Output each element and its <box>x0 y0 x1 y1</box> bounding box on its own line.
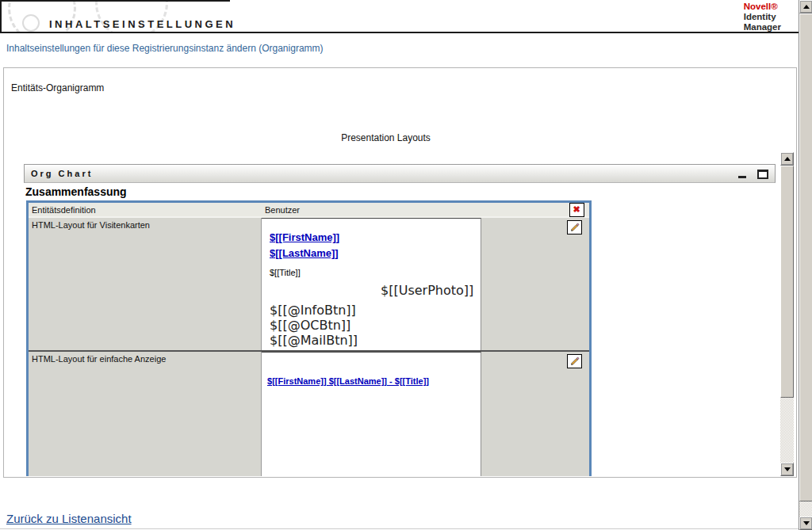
orgchart-scrollbar[interactable] <box>780 152 794 476</box>
edit-button[interactable] <box>567 354 582 368</box>
pencil-icon <box>569 357 580 367</box>
infobtn-token: $[[@InfoBtn]] <box>270 303 473 318</box>
presentation-layouts-title: Presentation Layouts <box>4 132 796 143</box>
maximize-button[interactable] <box>757 170 768 179</box>
arrow-down-icon <box>784 467 791 471</box>
entity-definition-header: Entitätsdefinition <box>29 205 262 215</box>
table-header-row: Entitätsdefinition Benutzer ✖ <box>29 203 589 218</box>
table-row: HTML-Layout für Visitenkarten $[[FirstNa… <box>29 218 589 350</box>
scroll-down-button[interactable] <box>799 517 812 530</box>
page-scrollbar[interactable] <box>799 0 812 530</box>
layout-table: Entitätsdefinition Benutzer ✖ HTML-Layou… <box>26 200 592 476</box>
arrow-up-icon <box>803 5 810 9</box>
row-action-cell <box>481 352 589 476</box>
business-card-layout-label: HTML-Layout für Visitenkarten <box>29 218 262 350</box>
title-token: $[[Title]] <box>270 268 473 277</box>
scroll-up-button[interactable] <box>799 0 812 13</box>
bottom-divider <box>0 528 799 529</box>
org-chart-titlebar: Org Chart <box>24 164 776 183</box>
simple-layout-token-link[interactable]: $[[FirstName]] $[[LastName]] - $[[Title]… <box>267 376 429 386</box>
brand-name: Novell® <box>744 2 781 12</box>
userphoto-token: $[[UserPhoto]] <box>270 283 473 298</box>
table-row: HTML-Layout für einfache Anzeige $[[Firs… <box>29 352 589 476</box>
delete-button[interactable]: ✖ <box>569 203 584 217</box>
scrollbar-thumb[interactable] <box>799 13 812 501</box>
minimize-button[interactable] <box>738 176 746 178</box>
simple-display-preview: $[[FirstName]] $[[LastName]] - $[[Title]… <box>262 352 481 476</box>
breadcrumb-link[interactable]: Inhaltseinstellungen für diese Registrie… <box>6 43 324 54</box>
arrow-up-icon <box>784 157 791 161</box>
summary-heading: Zusammenfassung <box>25 185 127 198</box>
business-card-preview: $[[FirstName]] $[[LastName]] $[[Title]] … <box>262 218 481 350</box>
page-title: INHALTSEINSTELLUNGEN <box>49 18 236 30</box>
brand-product-line1: Identity <box>744 12 781 22</box>
page: INHALTSEINSTELLUNGEN Novell® Identity Ma… <box>0 0 812 530</box>
header-action-cell: ✖ <box>564 203 589 217</box>
scroll-up-button[interactable] <box>780 152 794 166</box>
lastname-token-link[interactable]: $[[LastName]] <box>270 246 339 261</box>
pencil-icon <box>569 223 580 233</box>
ocbtn-token: $[[@OCBtn]] <box>270 318 473 333</box>
mailbtn-token: $[[@MailBtn]] <box>270 333 473 348</box>
content-panel: Entitäts-Organigramm Presentation Layout… <box>3 67 797 478</box>
simple-layout-line: $[[FirstName]] $[[LastName]] - $[[Title]… <box>262 373 481 387</box>
entity-definition-value: Benutzer <box>262 205 564 215</box>
back-to-list-link[interactable]: Zurück zu Listenansicht <box>6 512 132 525</box>
novell-logo: Novell® Identity Manager <box>744 2 781 32</box>
scrollbar-thumb[interactable] <box>780 166 794 398</box>
card-button-tokens: $[[@InfoBtn]] $[[@OCBtn]] $[[@MailBtn]] <box>270 303 473 348</box>
card-layout: $[[FirstName]] $[[LastName]] $[[Title]] … <box>262 219 481 348</box>
arrow-down-icon <box>803 521 810 525</box>
row-action-cell <box>481 218 589 350</box>
window-title: Org Chart <box>31 169 93 178</box>
simple-display-layout-label: HTML-Layout für einfache Anzeige <box>29 352 262 476</box>
header-bar: INHALTSEINSTELLUNGEN Novell® Identity Ma… <box>0 0 799 33</box>
delete-x-icon: ✖ <box>573 205 580 214</box>
edit-button[interactable] <box>567 220 582 234</box>
firstname-token-link[interactable]: $[[FirstName]] <box>270 230 339 246</box>
brand-product-line2: Manager <box>744 22 781 32</box>
scroll-down-button[interactable] <box>780 463 794 476</box>
entity-orgchart-label: Entitäts-Organigramm <box>11 82 104 93</box>
gear-icon <box>22 14 40 32</box>
org-chart-window: Org Chart Zusammenfassung Entitätsdefini… <box>24 164 776 476</box>
